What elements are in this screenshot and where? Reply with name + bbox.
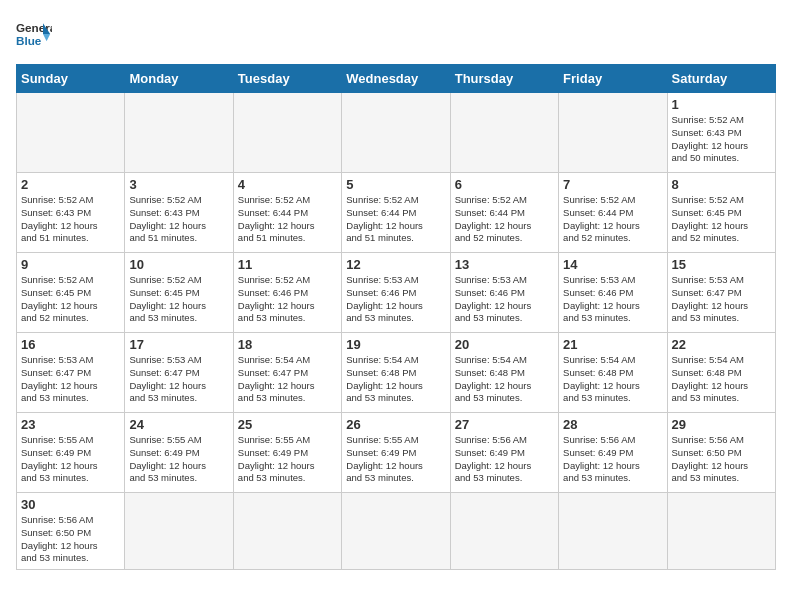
cal-cell: 1Sunrise: 5:52 AMSunset: 6:43 PMDaylight… — [667, 93, 775, 173]
cell-info: Sunrise: 5:55 AMSunset: 6:49 PMDaylight:… — [21, 434, 120, 485]
day-number: 21 — [563, 337, 662, 352]
day-number: 23 — [21, 417, 120, 432]
cal-cell: 12Sunrise: 5:53 AMSunset: 6:46 PMDayligh… — [342, 253, 450, 333]
day-number: 22 — [672, 337, 771, 352]
cal-cell: 23Sunrise: 5:55 AMSunset: 6:49 PMDayligh… — [17, 413, 125, 493]
svg-marker-3 — [43, 34, 50, 41]
cell-info: Sunrise: 5:55 AMSunset: 6:49 PMDaylight:… — [129, 434, 228, 485]
cal-cell: 25Sunrise: 5:55 AMSunset: 6:49 PMDayligh… — [233, 413, 341, 493]
calendar-week-1: 1Sunrise: 5:52 AMSunset: 6:43 PMDaylight… — [17, 93, 776, 173]
day-number: 14 — [563, 257, 662, 272]
cal-cell — [233, 493, 341, 570]
cal-cell: 19Sunrise: 5:54 AMSunset: 6:48 PMDayligh… — [342, 333, 450, 413]
day-number: 7 — [563, 177, 662, 192]
cal-cell: 17Sunrise: 5:53 AMSunset: 6:47 PMDayligh… — [125, 333, 233, 413]
cell-info: Sunrise: 5:55 AMSunset: 6:49 PMDaylight:… — [346, 434, 445, 485]
cell-info: Sunrise: 5:55 AMSunset: 6:49 PMDaylight:… — [238, 434, 337, 485]
day-number: 12 — [346, 257, 445, 272]
cal-cell: 29Sunrise: 5:56 AMSunset: 6:50 PMDayligh… — [667, 413, 775, 493]
day-number: 16 — [21, 337, 120, 352]
cal-cell: 15Sunrise: 5:53 AMSunset: 6:47 PMDayligh… — [667, 253, 775, 333]
cal-cell: 3Sunrise: 5:52 AMSunset: 6:43 PMDaylight… — [125, 173, 233, 253]
cell-info: Sunrise: 5:56 AMSunset: 6:50 PMDaylight:… — [672, 434, 771, 485]
day-number: 1 — [672, 97, 771, 112]
calendar-week-2: 2Sunrise: 5:52 AMSunset: 6:43 PMDaylight… — [17, 173, 776, 253]
day-number: 13 — [455, 257, 554, 272]
cell-info: Sunrise: 5:52 AMSunset: 6:43 PMDaylight:… — [21, 194, 120, 245]
day-number: 17 — [129, 337, 228, 352]
cal-cell — [125, 493, 233, 570]
cal-cell: 18Sunrise: 5:54 AMSunset: 6:47 PMDayligh… — [233, 333, 341, 413]
cal-cell — [450, 93, 558, 173]
day-header-saturday: Saturday — [667, 65, 775, 93]
cal-cell — [450, 493, 558, 570]
cell-info: Sunrise: 5:54 AMSunset: 6:48 PMDaylight:… — [455, 354, 554, 405]
day-number: 11 — [238, 257, 337, 272]
day-number: 18 — [238, 337, 337, 352]
cell-info: Sunrise: 5:52 AMSunset: 6:45 PMDaylight:… — [672, 194, 771, 245]
day-number: 8 — [672, 177, 771, 192]
calendar-week-4: 16Sunrise: 5:53 AMSunset: 6:47 PMDayligh… — [17, 333, 776, 413]
cell-info: Sunrise: 5:54 AMSunset: 6:48 PMDaylight:… — [346, 354, 445, 405]
day-header-friday: Friday — [559, 65, 667, 93]
day-number: 28 — [563, 417, 662, 432]
cell-info: Sunrise: 5:52 AMSunset: 6:43 PMDaylight:… — [129, 194, 228, 245]
day-number: 15 — [672, 257, 771, 272]
cell-info: Sunrise: 5:54 AMSunset: 6:47 PMDaylight:… — [238, 354, 337, 405]
cell-info: Sunrise: 5:53 AMSunset: 6:47 PMDaylight:… — [672, 274, 771, 325]
day-number: 29 — [672, 417, 771, 432]
day-number: 25 — [238, 417, 337, 432]
cal-cell — [125, 93, 233, 173]
calendar-week-6: 30Sunrise: 5:56 AMSunset: 6:50 PMDayligh… — [17, 493, 776, 570]
calendar-week-5: 23Sunrise: 5:55 AMSunset: 6:49 PMDayligh… — [17, 413, 776, 493]
cal-cell: 13Sunrise: 5:53 AMSunset: 6:46 PMDayligh… — [450, 253, 558, 333]
day-number: 24 — [129, 417, 228, 432]
day-number: 4 — [238, 177, 337, 192]
cal-cell: 22Sunrise: 5:54 AMSunset: 6:48 PMDayligh… — [667, 333, 775, 413]
cal-cell: 30Sunrise: 5:56 AMSunset: 6:50 PMDayligh… — [17, 493, 125, 570]
cell-info: Sunrise: 5:53 AMSunset: 6:46 PMDaylight:… — [455, 274, 554, 325]
cell-info: Sunrise: 5:52 AMSunset: 6:45 PMDaylight:… — [21, 274, 120, 325]
cal-cell: 20Sunrise: 5:54 AMSunset: 6:48 PMDayligh… — [450, 333, 558, 413]
cell-info: Sunrise: 5:53 AMSunset: 6:46 PMDaylight:… — [563, 274, 662, 325]
day-number: 20 — [455, 337, 554, 352]
cal-cell: 7Sunrise: 5:52 AMSunset: 6:44 PMDaylight… — [559, 173, 667, 253]
cal-cell: 26Sunrise: 5:55 AMSunset: 6:49 PMDayligh… — [342, 413, 450, 493]
cell-info: Sunrise: 5:52 AMSunset: 6:46 PMDaylight:… — [238, 274, 337, 325]
day-number: 26 — [346, 417, 445, 432]
cal-cell: 10Sunrise: 5:52 AMSunset: 6:45 PMDayligh… — [125, 253, 233, 333]
cell-info: Sunrise: 5:52 AMSunset: 6:44 PMDaylight:… — [346, 194, 445, 245]
day-number: 2 — [21, 177, 120, 192]
day-number: 10 — [129, 257, 228, 272]
cal-cell: 14Sunrise: 5:53 AMSunset: 6:46 PMDayligh… — [559, 253, 667, 333]
cal-cell: 21Sunrise: 5:54 AMSunset: 6:48 PMDayligh… — [559, 333, 667, 413]
cal-cell: 11Sunrise: 5:52 AMSunset: 6:46 PMDayligh… — [233, 253, 341, 333]
cell-info: Sunrise: 5:53 AMSunset: 6:47 PMDaylight:… — [129, 354, 228, 405]
day-number: 9 — [21, 257, 120, 272]
cal-cell: 5Sunrise: 5:52 AMSunset: 6:44 PMDaylight… — [342, 173, 450, 253]
cell-info: Sunrise: 5:53 AMSunset: 6:46 PMDaylight:… — [346, 274, 445, 325]
cell-info: Sunrise: 5:56 AMSunset: 6:50 PMDaylight:… — [21, 514, 120, 565]
cal-cell: 28Sunrise: 5:56 AMSunset: 6:49 PMDayligh… — [559, 413, 667, 493]
cal-cell: 16Sunrise: 5:53 AMSunset: 6:47 PMDayligh… — [17, 333, 125, 413]
cal-cell — [17, 93, 125, 173]
cell-info: Sunrise: 5:52 AMSunset: 6:43 PMDaylight:… — [672, 114, 771, 165]
cell-info: Sunrise: 5:52 AMSunset: 6:44 PMDaylight:… — [563, 194, 662, 245]
cal-cell: 9Sunrise: 5:52 AMSunset: 6:45 PMDaylight… — [17, 253, 125, 333]
svg-text:Blue: Blue — [16, 34, 42, 47]
cal-cell: 2Sunrise: 5:52 AMSunset: 6:43 PMDaylight… — [17, 173, 125, 253]
cal-cell — [233, 93, 341, 173]
cell-info: Sunrise: 5:52 AMSunset: 6:44 PMDaylight:… — [238, 194, 337, 245]
cal-cell — [342, 493, 450, 570]
cell-info: Sunrise: 5:54 AMSunset: 6:48 PMDaylight:… — [672, 354, 771, 405]
day-header-sunday: Sunday — [17, 65, 125, 93]
cal-cell: 6Sunrise: 5:52 AMSunset: 6:44 PMDaylight… — [450, 173, 558, 253]
cell-info: Sunrise: 5:54 AMSunset: 6:48 PMDaylight:… — [563, 354, 662, 405]
calendar-header-row: SundayMondayTuesdayWednesdayThursdayFrid… — [17, 65, 776, 93]
day-number: 3 — [129, 177, 228, 192]
day-header-wednesday: Wednesday — [342, 65, 450, 93]
cal-cell — [342, 93, 450, 173]
cell-info: Sunrise: 5:52 AMSunset: 6:44 PMDaylight:… — [455, 194, 554, 245]
day-number: 5 — [346, 177, 445, 192]
cal-cell: 27Sunrise: 5:56 AMSunset: 6:49 PMDayligh… — [450, 413, 558, 493]
